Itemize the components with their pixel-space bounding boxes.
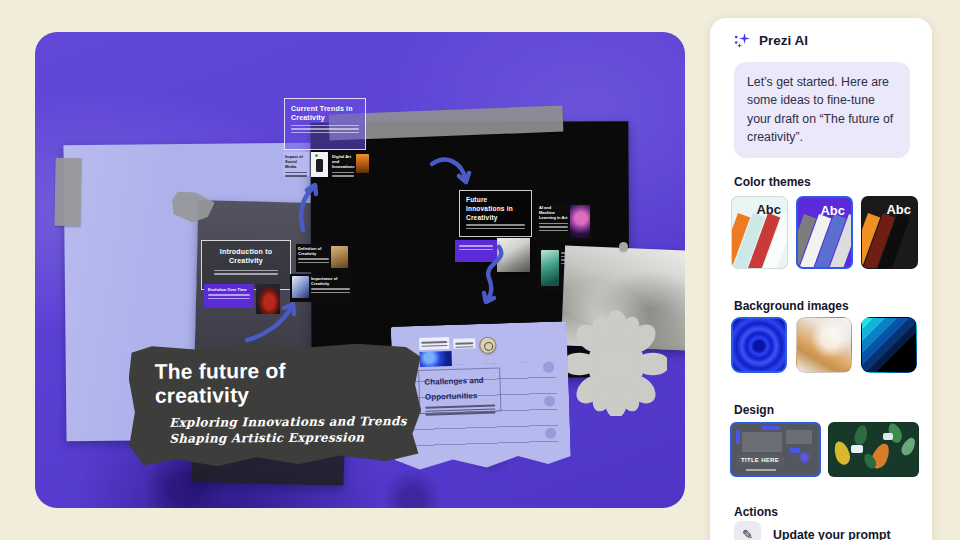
slide-future-innovations[interactable]: Future Innovations in Creativity <box>459 190 532 237</box>
phone-image <box>316 159 323 172</box>
collage-image <box>331 246 348 268</box>
assistant-message: Let’s get started. Here are some ideas t… <box>734 62 910 158</box>
background-option-blue-flower[interactable] <box>731 317 787 373</box>
placeholder-text <box>214 270 278 275</box>
design-title-text: TITLE HERE <box>737 455 783 465</box>
starburst-shape: ✺ <box>798 450 811 465</box>
drawn-arrow-upright[interactable] <box>243 298 299 344</box>
color-themes-row: Abc Abc Abc <box>731 196 918 269</box>
card-impact-social-media[interactable]: Impact of Social Media <box>283 152 309 176</box>
card-importance[interactable]: Importance of Creativity <box>290 274 352 302</box>
presentation-title: The future of creativity <box>155 358 385 407</box>
round-sticker <box>478 335 498 355</box>
design-option-dark-collage[interactable]: ✺ TITLE HERE <box>730 422 821 477</box>
flower-shape[interactable] <box>565 310 667 416</box>
green-dot <box>315 154 318 157</box>
pencil-icon: ✎ <box>734 521 761 540</box>
prezi-ai-panel: Prezi AI Let’s get started. Here are som… <box>710 18 932 540</box>
notepad-art-image <box>420 351 452 367</box>
slide-title: Future Innovations in Creativity <box>466 196 524 222</box>
notepad-header-block <box>419 337 449 350</box>
design-option-green-leaves[interactable] <box>828 422 919 477</box>
card-phone-image[interactable] <box>311 152 328 177</box>
panel-title: Prezi AI <box>759 33 808 48</box>
background-images-row <box>731 317 917 373</box>
neon-art-image <box>570 205 590 238</box>
color-theme-option-1[interactable]: Abc <box>731 196 788 269</box>
slide-introduction[interactable]: Introduction to Creativity <box>201 240 291 290</box>
presentation-subtitle: Exploring Innovations and Trends Shaping… <box>169 413 419 447</box>
placeholder-text <box>466 224 525 229</box>
color-themes-label: Color themes <box>734 175 811 189</box>
actions-label: Actions <box>734 505 778 519</box>
notepad-header-block <box>453 338 475 349</box>
background-option-dark-geometric[interactable] <box>861 317 917 373</box>
pin-dot <box>619 242 628 251</box>
panel-header: Prezi AI <box>734 32 808 49</box>
design-label: Design <box>734 403 774 417</box>
card-ai-ml-art[interactable]: AI and Machine Learning in Art <box>537 203 592 242</box>
card-definition[interactable]: Definition of Creativity <box>296 244 350 272</box>
presentation-canvas[interactable]: Current Trends in Creativity Impact of S… <box>35 32 685 508</box>
color-theme-option-2[interactable]: Abc <box>796 196 853 269</box>
notepad-title-box[interactable]: Challenges and Opportunities <box>418 367 501 414</box>
slide-current-trends[interactable]: Current Trends in Creativity <box>284 98 366 150</box>
color-theme-option-3[interactable]: Abc <box>861 196 918 269</box>
background-images-label: Background images <box>734 299 849 313</box>
tape-piece <box>54 158 81 226</box>
card-digital-art[interactable]: Digital Art and Innovations <box>330 152 366 177</box>
abstract-image <box>292 276 309 298</box>
drawn-arrow-right[interactable] <box>429 154 471 190</box>
action-update-prompt[interactable]: ✎ Update your prompt <box>734 521 891 540</box>
design-row: ✺ TITLE HERE <box>730 422 919 477</box>
slide-title: Introduction to Creativity <box>210 247 282 266</box>
eco-image <box>541 250 559 286</box>
bird-image <box>356 154 369 173</box>
slide-title: Current Trends in Creativity <box>291 104 353 123</box>
placeholder-text <box>291 125 359 134</box>
hero-title-paper[interactable]: The future of creativity Exploring Innov… <box>129 342 422 468</box>
drawn-arrow-curl[interactable] <box>477 244 509 306</box>
background-option-beige-abstract[interactable] <box>796 317 852 373</box>
drawn-arrow-up[interactable] <box>297 180 321 234</box>
sparkle-icon <box>734 32 751 49</box>
